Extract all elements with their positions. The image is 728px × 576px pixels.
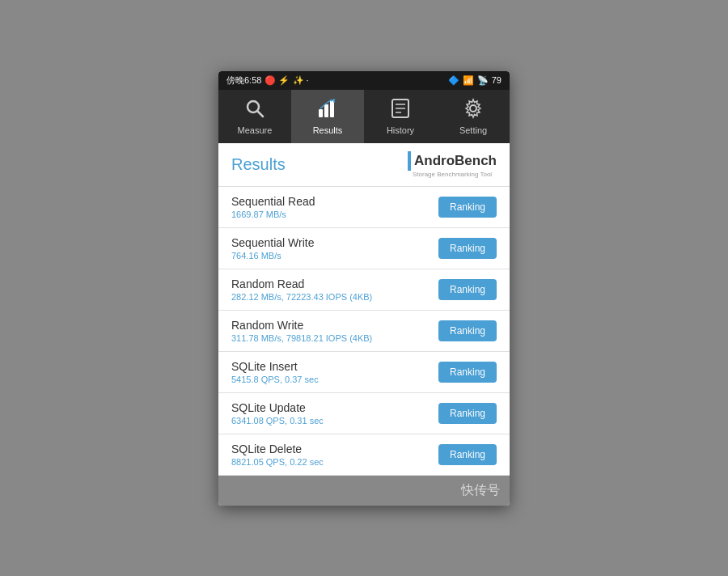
table-row: SQLite Update 6341.08 QPS, 0.31 sec Rank…	[218, 393, 510, 434]
ranking-button[interactable]: Ranking	[438, 403, 497, 424]
svg-line-1	[258, 111, 264, 116]
notification-icons: 🔴 ⚡ ✨ ·	[265, 75, 308, 86]
tab-results-label: Results	[313, 125, 343, 135]
result-name: SQLite Insert	[231, 360, 438, 373]
results-icon	[317, 98, 338, 122]
result-row-info: SQLite Delete 8821.05 QPS, 0.22 sec	[231, 443, 438, 467]
result-name: Sequential Read	[231, 195, 438, 208]
result-name: Random Read	[231, 277, 438, 290]
ranking-button[interactable]: Ranking	[438, 362, 497, 383]
tab-history[interactable]: History	[364, 90, 437, 143]
table-row: SQLite Insert 5415.8 QPS, 0.37 sec Ranki…	[218, 352, 510, 393]
result-value: 311.78 MB/s, 79818.21 IOPS (4KB)	[231, 333, 438, 343]
svg-rect-3	[324, 104, 328, 117]
ranking-button[interactable]: Ranking	[438, 320, 497, 341]
ranking-button[interactable]: Ranking	[438, 197, 497, 218]
measure-icon	[244, 98, 265, 122]
status-right: 🔷 📶 📡 79	[448, 75, 502, 86]
logo-subtext: Storage Benchmarking Tool	[413, 171, 492, 178]
tab-measure-label: Measure	[238, 125, 273, 135]
history-icon	[390, 98, 411, 122]
result-value: 6341.08 QPS, 0.31 sec	[231, 416, 438, 426]
status-left: 傍晚6:58 🔴 ⚡ ✨ ·	[226, 74, 309, 87]
battery-indicator: 79	[492, 75, 502, 85]
ranking-button[interactable]: Ranking	[438, 238, 497, 259]
status-bar: 傍晚6:58 🔴 ⚡ ✨ · 🔷 📶 📡 79	[218, 71, 510, 90]
phone-wrapper: 傍晚6:58 🔴 ⚡ ✨ · 🔷 📶 📡 79 Measure	[218, 71, 510, 506]
tab-setting[interactable]: Setting	[437, 90, 510, 143]
results-header: Results AndroBench Storage Benchmarking …	[218, 143, 510, 187]
wifi-icon: 📡	[477, 75, 489, 86]
result-rows: Sequential Read 1669.87 MB/s Ranking Seq…	[218, 187, 510, 476]
tab-history-label: History	[387, 125, 414, 135]
result-value: 764.16 MB/s	[231, 251, 438, 260]
logo-text: AndroBench	[414, 153, 497, 169]
logo-accent	[408, 151, 411, 171]
result-name: SQLite Update	[231, 401, 438, 414]
watermark-text: 快传号	[461, 483, 500, 497]
logo-bar: AndroBench	[408, 151, 497, 171]
table-row: Random Read 282.12 MB/s, 72223.43 IOPS (…	[218, 269, 510, 311]
result-value: 1669.87 MB/s	[231, 210, 438, 219]
bluetooth-icon: 🔷	[448, 75, 459, 86]
svg-rect-4	[330, 100, 334, 117]
result-name: Sequential Write	[231, 236, 438, 249]
ranking-button[interactable]: Ranking	[438, 279, 497, 300]
result-row-info: SQLite Insert 5415.8 QPS, 0.37 sec	[231, 360, 438, 384]
nav-tabs: Measure Results	[218, 90, 510, 143]
table-row: Random Write 311.78 MB/s, 79818.21 IOPS …	[218, 311, 510, 352]
andro-bench-logo: AndroBench Storage Benchmarking Tool	[408, 151, 497, 178]
result-name: Random Write	[231, 319, 438, 332]
result-name: SQLite Delete	[231, 443, 438, 455]
table-row: SQLite Delete 8821.05 QPS, 0.22 sec Rank…	[218, 434, 510, 476]
result-row-info: SQLite Update 6341.08 QPS, 0.31 sec	[231, 401, 438, 426]
result-row-info: Random Write 311.78 MB/s, 79818.21 IOPS …	[231, 319, 438, 343]
svg-rect-2	[319, 109, 323, 117]
ranking-button[interactable]: Ranking	[438, 444, 497, 465]
setting-icon	[463, 98, 484, 122]
tab-results[interactable]: Results	[291, 90, 364, 143]
result-row-info: Sequential Read 1669.87 MB/s	[231, 195, 438, 219]
results-title: Results	[231, 155, 286, 174]
result-value: 282.12 MB/s, 72223.43 IOPS (4KB)	[231, 292, 438, 302]
table-row: Sequential Read 1669.87 MB/s Ranking	[218, 187, 510, 228]
watermark: 快传号	[218, 476, 510, 506]
tab-setting-label: Setting	[459, 125, 487, 135]
result-value: 5415.8 QPS, 0.37 sec	[231, 375, 438, 384]
status-time: 傍晚6:58	[226, 74, 261, 87]
table-row: Sequential Write 764.16 MB/s Ranking	[218, 228, 510, 269]
content-area: Results AndroBench Storage Benchmarking …	[218, 143, 510, 476]
result-value: 8821.05 QPS, 0.22 sec	[231, 457, 438, 467]
signal-icon: 📶	[463, 75, 474, 86]
tab-measure[interactable]: Measure	[218, 90, 291, 143]
result-row-info: Random Read 282.12 MB/s, 72223.43 IOPS (…	[231, 277, 438, 302]
result-row-info: Sequential Write 764.16 MB/s	[231, 236, 438, 260]
svg-point-9	[470, 105, 476, 112]
